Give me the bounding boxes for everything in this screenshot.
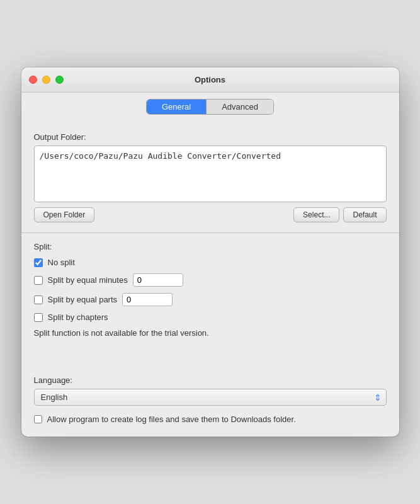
minimize-button[interactable] bbox=[42, 76, 50, 84]
no-split-checkbox[interactable] bbox=[34, 258, 43, 267]
open-folder-button[interactable]: Open Folder bbox=[34, 207, 95, 222]
split-minutes-label: Split by equal minutes bbox=[48, 275, 128, 285]
folder-buttons: Open Folder Select... Default bbox=[34, 207, 387, 222]
language-section: Language: English Chinese French German … bbox=[34, 375, 387, 406]
window-title: Options bbox=[195, 75, 225, 84]
log-files-label: Allow program to create log files and sa… bbox=[47, 415, 296, 424]
split-minutes-input[interactable] bbox=[133, 273, 183, 287]
traffic-lights bbox=[29, 76, 64, 84]
no-split-row: No split bbox=[34, 258, 387, 267]
tab-advanced[interactable]: Advanced bbox=[207, 100, 273, 114]
split-minutes-checkbox[interactable] bbox=[34, 276, 43, 285]
trial-notice: Split function is not available for the … bbox=[34, 328, 387, 338]
title-bar: Options bbox=[21, 67, 399, 93]
language-select[interactable]: English Chinese French German Japanese S… bbox=[34, 389, 387, 406]
split-parts-checkbox[interactable] bbox=[34, 295, 43, 304]
tab-general[interactable]: General bbox=[147, 100, 207, 114]
output-folder-input[interactable] bbox=[34, 146, 387, 202]
language-select-wrapper: English Chinese French German Japanese S… bbox=[34, 389, 387, 406]
split-parts-label: Split by equal parts bbox=[48, 295, 118, 304]
close-button[interactable] bbox=[29, 76, 37, 84]
language-label: Language: bbox=[34, 375, 387, 385]
split-chapters-checkbox[interactable] bbox=[34, 313, 43, 322]
split-parts-input[interactable] bbox=[122, 293, 173, 306]
split-parts-row: Split by equal parts bbox=[34, 293, 387, 306]
select-button[interactable]: Select... bbox=[293, 207, 339, 222]
output-folder-label: Output Folder: bbox=[34, 132, 387, 142]
log-files-row: Allow program to create log files and sa… bbox=[34, 415, 387, 424]
content-area: Output Folder: Open Folder Select... Def… bbox=[21, 122, 399, 437]
default-button[interactable]: Default bbox=[343, 207, 386, 222]
split-minutes-row: Split by equal minutes bbox=[34, 273, 387, 287]
no-split-label: No split bbox=[48, 258, 75, 267]
split-chapters-label: Split by chapters bbox=[48, 312, 108, 322]
main-window: Options General Advanced Output Folder: … bbox=[21, 67, 399, 437]
log-files-checkbox[interactable] bbox=[34, 415, 42, 423]
split-label: Split: bbox=[34, 242, 387, 251]
right-buttons: Select... Default bbox=[293, 207, 386, 222]
tab-bar: General Advanced bbox=[21, 93, 399, 122]
maximize-button[interactable] bbox=[55, 76, 64, 84]
split-chapters-row: Split by chapters bbox=[34, 312, 387, 322]
split-section: Split: No split Split by equal minutes S… bbox=[34, 233, 387, 338]
tab-group: General Advanced bbox=[146, 99, 274, 115]
